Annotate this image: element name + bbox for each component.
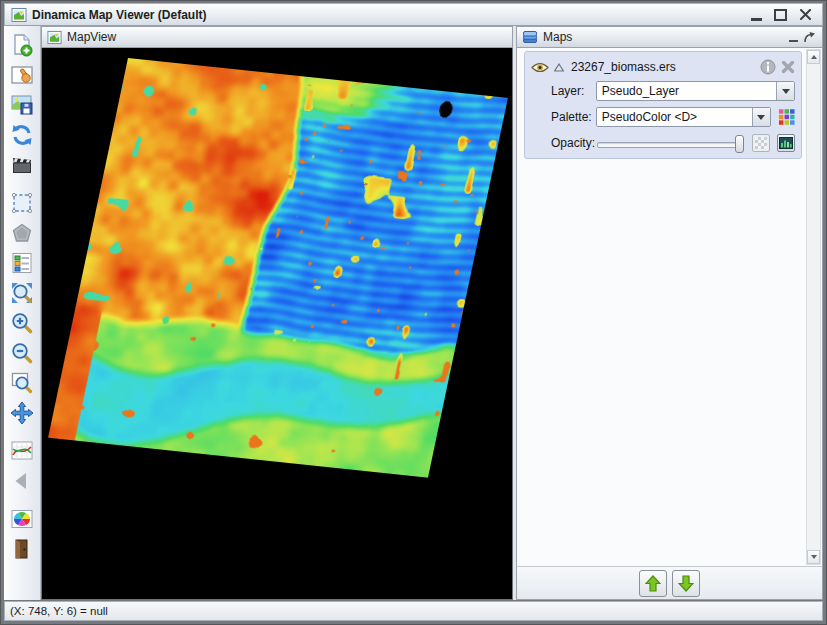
status-bar: (X: 748, Y: 6) = null [4,601,823,621]
layers-icon [522,30,538,44]
refresh-icon [10,123,34,147]
exit-button[interactable] [7,534,37,563]
zoom-out-icon [10,341,34,365]
scroll-up-button[interactable] [807,50,820,64]
save-map-image-button[interactable] [7,90,37,119]
triangle-up-icon[interactable] [554,63,564,72]
polygon-tool-icon [10,221,34,245]
green-up-arrow-icon [645,575,661,592]
zoom-out-button[interactable] [7,338,37,367]
zoom-window-icon [10,371,34,395]
mapview-header[interactable]: MapView [41,26,513,48]
minimize-panel-icon[interactable] [785,29,801,45]
chart-icon [10,439,34,463]
scroll-down-icon [811,555,817,559]
exit-icon [10,537,34,561]
polygon-tool-button[interactable] [7,218,37,247]
scroll-up-icon [811,55,817,59]
edit-map-icon [10,63,34,87]
palette-label: Palette: [551,110,596,124]
chevron-down-icon [757,115,765,120]
minimize-icon[interactable] [751,9,762,21]
layer-select[interactable]: Pseudo_Layer [596,81,795,101]
animation-icon [10,153,34,177]
opacity-slider-track[interactable] [597,142,744,148]
back-icon [10,469,34,493]
select-region-button[interactable] [7,188,37,217]
palette-select[interactable]: PseudoColor <D> [596,107,771,127]
new-map-icon [10,33,34,57]
biomass-raster[interactable] [48,58,508,478]
maps-panel-title: Maps [543,30,572,44]
mapview-title: MapView [67,30,116,44]
window-title: Dinamica Map Viewer (Default) [32,8,751,22]
histogram-image-icon [779,137,793,149]
back-button[interactable] [7,466,37,495]
main-area: MapView Maps [4,26,823,600]
opacity-label: Opacity: [551,136,597,150]
edit-map-button[interactable] [7,60,37,89]
transparency-button [752,134,770,152]
info-icon[interactable] [760,59,776,75]
color-palette-icon [10,507,34,531]
histogram-button[interactable] [777,134,795,152]
pan-icon [10,401,34,425]
layer-card: 23267_biomass.ers Layer: P [524,51,802,159]
app-map-icon [11,7,27,23]
close-icon[interactable] [799,9,812,20]
legend-button[interactable] [7,248,37,277]
palette-select-dropdown[interactable] [752,108,770,126]
maximize-icon[interactable] [774,9,787,21]
scroll-down-button[interactable] [807,550,820,564]
color-palette-button[interactable] [7,504,37,533]
chevron-down-icon [782,89,790,94]
maps-panel: Maps [516,26,823,600]
cursor-coordinates: (X: 748, Y: 6) = null [10,605,108,617]
legend-icon [10,251,34,275]
maps-panel-content: 23267_biomass.ers Layer: P [516,48,823,566]
app-window: Dinamica Map Viewer (Default) [0,0,827,625]
zoom-window-button[interactable] [7,368,37,397]
zoom-in-icon [10,311,34,335]
zoom-full-extent-icon [10,281,34,305]
title-bar[interactable]: Dinamica Map Viewer (Default) [4,3,823,26]
maps-panel-footer [516,566,823,600]
animation-button[interactable] [7,150,37,179]
map-canvas-area[interactable] [41,48,513,600]
palette-grid-icon[interactable] [778,108,796,126]
left-toolbar [4,26,41,600]
move-layer-down-button[interactable] [672,570,700,597]
zoom-full-extent-button[interactable] [7,278,37,307]
layer-select-value: Pseudo_Layer [597,82,776,100]
layer-filename: 23267_biomass.ers [571,60,755,74]
close-x-icon[interactable] [781,60,795,74]
layer-label: Layer: [551,84,596,98]
chart-button[interactable] [7,436,37,465]
opacity-slider[interactable] [597,135,744,153]
map-thumbnail-icon [47,30,62,45]
save-map-image-icon [10,93,34,117]
maps-scrollbar[interactable] [806,49,821,565]
float-panel-icon[interactable] [801,29,817,45]
checkerboard-icon [755,137,767,149]
eye-icon[interactable] [531,62,549,73]
move-layer-up-button[interactable] [639,570,667,597]
new-map-button[interactable] [7,30,37,59]
green-down-arrow-icon [678,575,694,592]
layer-select-dropdown[interactable] [776,82,794,100]
refresh-button[interactable] [7,120,37,149]
opacity-slider-thumb[interactable] [735,135,744,153]
palette-select-value: PseudoColor <D> [597,108,752,126]
select-region-icon [10,191,34,215]
maps-panel-header[interactable]: Maps [516,26,823,48]
pan-button[interactable] [7,398,37,427]
mapview-panel: MapView [41,26,513,600]
zoom-in-button[interactable] [7,308,37,337]
